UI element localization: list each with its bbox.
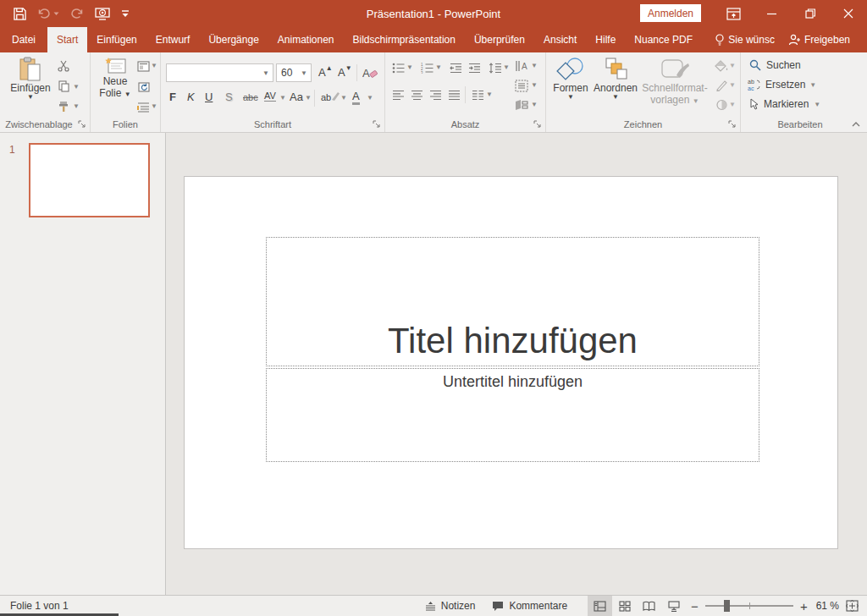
cut-button[interactable] — [56, 58, 71, 74]
underline-button[interactable]: U — [205, 91, 213, 103]
copy-button[interactable] — [56, 79, 71, 94]
share-button[interactable]: Freigeben — [781, 34, 857, 46]
tab-animationen[interactable]: Animationen — [268, 27, 344, 52]
shapes-button[interactable]: Formen ▼ — [549, 57, 592, 100]
normal-view-button[interactable] — [588, 596, 612, 616]
zoom-in-button[interactable]: + — [800, 599, 808, 613]
character-spacing-button[interactable]: AV — [264, 91, 276, 102]
tab-ueberpruefen[interactable]: Überprüfen — [465, 27, 534, 52]
align-center-button[interactable] — [409, 87, 424, 102]
tab-entwurf[interactable]: Entwurf — [146, 27, 200, 52]
paste-button[interactable]: Einfügen ▼ — [7, 57, 54, 100]
new-slide-button[interactable]: NeueFolie ▼ — [93, 57, 137, 101]
increase-indent-button[interactable] — [467, 60, 482, 75]
text-direction-button[interactable]: A — [514, 58, 529, 74]
grow-font-button[interactable]: A▲ — [318, 66, 333, 79]
zoom-level[interactable]: 61 % — [813, 596, 842, 616]
bullets-button[interactable] — [390, 60, 406, 75]
format-painter-button[interactable] — [56, 99, 71, 114]
zoom-out-button[interactable]: − — [691, 599, 699, 613]
subtitle-placeholder[interactable]: Untertitel hinzufügen — [266, 368, 759, 462]
tab-start[interactable]: Start — [47, 27, 87, 52]
fit-slide-to-window-button[interactable] — [842, 596, 867, 616]
tab-bildschirmpraesentation[interactable]: Bildschirmpräsentation — [344, 27, 465, 52]
zoom-slider[interactable] — [705, 605, 793, 607]
bold-button[interactable]: F — [169, 91, 176, 103]
text-direction-dropdown[interactable]: ▼ — [531, 63, 538, 69]
select-button[interactable]: Markieren ▼ — [749, 98, 820, 110]
text-shadow-button[interactable]: S — [225, 91, 233, 103]
font-color-button[interactable]: A — [352, 91, 360, 105]
slide-thumbnail[interactable] — [29, 143, 150, 217]
tab-einfuegen[interactable]: Einfügen — [87, 27, 146, 52]
clear-formatting-button[interactable]: A — [362, 66, 378, 80]
close-button[interactable] — [829, 0, 867, 27]
align-text-button[interactable] — [514, 78, 529, 93]
zeichnen-dialog-launcher[interactable] — [728, 120, 737, 129]
slide[interactable]: Titel hinzufügen Untertitel hinzufügen — [184, 176, 838, 549]
convert-smartart-button[interactable] — [514, 97, 529, 113]
shape-effects-button[interactable] — [714, 97, 729, 113]
line-spacing-dropdown[interactable]: ▼ — [503, 64, 510, 70]
ribbon-display-options-icon[interactable] — [715, 0, 753, 27]
tab-ansicht[interactable]: Ansicht — [534, 27, 586, 52]
tab-nuance-pdf[interactable]: Nuance PDF — [625, 27, 702, 52]
shrink-font-button[interactable]: A▼ — [338, 66, 352, 79]
numbering-dropdown[interactable]: ▼ — [435, 64, 442, 70]
shape-fill-button[interactable] — [714, 58, 729, 74]
font-name-combobox[interactable]: ▼ — [166, 63, 273, 82]
tab-hilfe[interactable]: Hilfe — [586, 27, 625, 52]
convert-smartart-dropdown[interactable]: ▼ — [531, 102, 538, 107]
reset-slide-button[interactable] — [135, 79, 151, 94]
line-spacing-button[interactable] — [487, 60, 502, 75]
shape-outline-dropdown[interactable]: ▼ — [729, 82, 736, 88]
format-painter-dropdown[interactable]: ▼ — [73, 103, 80, 109]
shape-effects-dropdown[interactable]: ▼ — [729, 102, 736, 107]
shape-outline-button[interactable] — [714, 78, 729, 93]
align-right-button[interactable] — [428, 87, 443, 102]
font-color-dropdown[interactable]: ▼ — [367, 95, 373, 101]
copy-dropdown[interactable]: ▼ — [73, 84, 80, 90]
notes-button[interactable]: Notizen — [417, 596, 484, 616]
font-size-combobox[interactable]: 60▼ — [276, 63, 312, 82]
sign-in-button[interactable]: Anmelden — [640, 4, 701, 22]
align-left-button[interactable] — [390, 87, 406, 102]
comments-button[interactable]: Kommentare — [483, 596, 576, 616]
change-case-button[interactable]: Aa — [290, 91, 303, 103]
replace-button[interactable]: abac Ersetzen ▼ — [748, 79, 816, 91]
align-text-dropdown[interactable]: ▼ — [531, 82, 538, 88]
arrange-button[interactable]: Anordnen ▼ — [592, 57, 639, 100]
italic-button[interactable]: K — [187, 91, 195, 103]
minimize-button[interactable] — [753, 0, 791, 27]
tab-datei[interactable]: Datei — [0, 27, 47, 52]
slideshow-view-button[interactable] — [661, 596, 686, 616]
collapse-ribbon-button[interactable] — [852, 121, 860, 127]
highlight-dropdown[interactable]: ▼ — [340, 95, 347, 101]
zwischenablage-dialog-launcher[interactable] — [78, 120, 86, 129]
restore-button[interactable] — [791, 0, 829, 27]
section-button[interactable] — [135, 99, 151, 114]
reading-view-button[interactable] — [637, 596, 661, 616]
title-placeholder[interactable]: Titel hinzufügen — [266, 237, 759, 366]
justify-button[interactable] — [446, 87, 461, 102]
columns-button[interactable] — [470, 87, 485, 102]
bullets-dropdown[interactable]: ▼ — [406, 64, 413, 70]
strikethrough-button[interactable]: abc — [243, 92, 258, 102]
numbering-button[interactable]: 123 — [419, 60, 434, 75]
section-dropdown[interactable]: ▼ — [151, 103, 157, 109]
tab-uebergaenge[interactable]: Übergänge — [199, 27, 268, 52]
columns-dropdown[interactable]: ▼ — [486, 91, 493, 97]
shape-fill-dropdown[interactable]: ▼ — [729, 63, 736, 69]
decrease-indent-button[interactable] — [448, 60, 463, 75]
slide-sorter-view-button[interactable] — [612, 596, 637, 616]
slide-layout-dropdown[interactable]: ▼ — [151, 63, 157, 69]
absatz-dialog-launcher[interactable] — [533, 120, 542, 129]
zoom-slider-thumb[interactable] — [724, 600, 730, 612]
highlight-button[interactable]: ab — [321, 91, 340, 102]
character-spacing-dropdown[interactable]: ▼ — [279, 95, 286, 101]
slide-layout-button[interactable] — [135, 58, 151, 74]
schriftart-dialog-launcher[interactable] — [373, 120, 381, 129]
find-button[interactable]: Suchen — [749, 59, 801, 71]
change-case-dropdown[interactable]: ▼ — [305, 95, 312, 101]
quick-styles-button[interactable]: Schnellformat-vorlagen ▼ — [641, 57, 709, 107]
